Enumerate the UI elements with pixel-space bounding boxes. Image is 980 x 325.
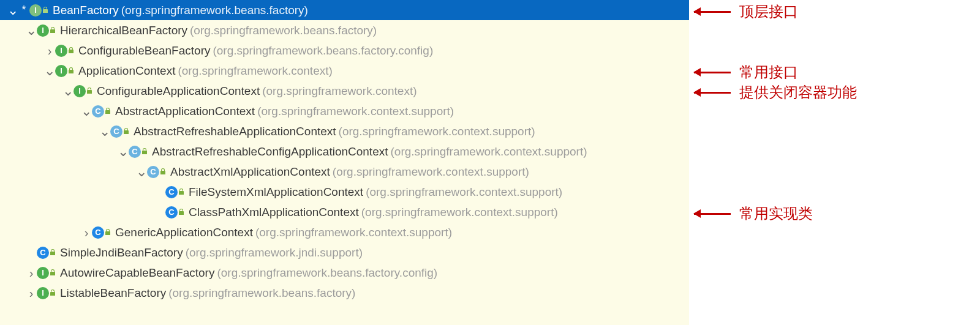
package-label: (org.springframework.context)	[178, 64, 332, 78]
annotation: 常用实现类	[694, 204, 813, 223]
tree-row[interactable]: ⌄IHierarchicalBeanFactory (org.springfra…	[0, 20, 689, 40]
package-label: (org.springframework.beans.factory)	[190, 24, 377, 37]
chevron-down-icon[interactable]: ⌄	[118, 148, 129, 156]
package-label: (org.springframework.beans.factory)	[168, 286, 355, 300]
package-label: (org.springframework.beans.factory)	[121, 4, 308, 17]
package-label: (org.springframework.context)	[262, 84, 417, 98]
chevron-down-icon[interactable]: ⌄	[62, 87, 74, 95]
type-name: AbstractRefreshableApplicationContext	[134, 125, 336, 138]
type-name: ConfigurableApplicationContext	[97, 84, 260, 98]
chevron-right-icon[interactable]: ›	[26, 289, 37, 297]
chevron-down-icon[interactable]: ⌄	[99, 127, 110, 136]
annotation: 顶层接口	[694, 2, 798, 21]
annotation-text: 常用实现类	[739, 204, 813, 223]
package-label: (org.springframework.jndi.support)	[186, 246, 363, 260]
annotation-text: 提供关闭容器功能	[739, 83, 857, 102]
type-name: ConfigurableBeanFactory	[78, 44, 210, 58]
type-name: GenericApplicationContext	[115, 226, 253, 239]
chevron-down-icon[interactable]: ⌄	[44, 67, 55, 75]
tree-row[interactable]: ⌄IApplicationContext (org.springframewor…	[0, 61, 689, 81]
star-icon: *	[20, 4, 28, 17]
package-label: (org.springframework.context.support)	[255, 226, 452, 239]
annotation-text: 常用接口	[739, 62, 798, 82]
interface-icon: I	[37, 287, 49, 299]
package-label: (org.springframework.context.support)	[339, 125, 535, 138]
interface-icon: I	[29, 4, 42, 17]
type-name: AbstractXmlApplicationContext	[170, 165, 330, 179]
annotation: 提供关闭容器功能	[694, 83, 857, 102]
type-name: HierarchicalBeanFactory	[60, 24, 187, 37]
annotation-text: 顶层接口	[739, 2, 798, 21]
class-icon: C	[165, 206, 178, 219]
arrow-left-icon	[694, 72, 731, 73]
interface-icon: I	[37, 267, 49, 279]
package-label: (org.springframework.context.support)	[257, 105, 454, 118]
chevron-down-icon[interactable]: ⌄	[26, 26, 37, 35]
interface-icon: I	[74, 85, 86, 97]
tree-row[interactable]: ›IAutowireCapableBeanFactory (org.spring…	[0, 263, 689, 283]
chevron-down-icon[interactable]: ⌄	[7, 6, 18, 15]
type-name: ClassPathXmlApplicationContext	[189, 206, 359, 219]
type-name: AutowireCapableBeanFactory	[60, 266, 214, 280]
arrow-left-icon	[694, 92, 731, 94]
type-name: BeanFactory	[53, 4, 119, 17]
package-label: (org.springframework.context.support)	[391, 145, 587, 159]
chevron-right-icon[interactable]: ›	[44, 47, 55, 55]
type-name: ListableBeanFactory	[60, 286, 166, 300]
tree-row[interactable]: CFileSystemXmlApplicationContext (org.sp…	[0, 182, 689, 202]
package-label: (org.springframework.beans.factory.confi…	[217, 266, 437, 280]
class-icon: C	[37, 247, 49, 259]
type-name: FileSystemXmlApplicationContext	[189, 185, 363, 199]
chevron-right-icon[interactable]: ›	[26, 269, 37, 277]
tree-row[interactable]: CClassPathXmlApplicationContext (org.spr…	[0, 202, 689, 222]
tree-row[interactable]: ⌄*IBeanFactory (org.springframework.bean…	[0, 0, 689, 20]
tree-row[interactable]: ›IListableBeanFactory (org.springframewo…	[0, 283, 689, 303]
class-icon: C	[165, 186, 178, 198]
interface-icon: I	[55, 45, 67, 57]
package-label: (org.springframework.context.support)	[366, 185, 562, 199]
tree-row[interactable]: ⌄CAbstractRefreshableApplicationContext …	[0, 121, 689, 141]
tree-row[interactable]: ⌄CAbstractXmlApplicationContext (org.spr…	[0, 162, 689, 182]
package-label: (org.springframework.context.support)	[361, 206, 558, 219]
tree-row[interactable]: ›IConfigurableBeanFactory (org.springfra…	[0, 40, 689, 61]
class-icon: C	[147, 166, 159, 178]
package-label: (org.springframework.context.support)	[333, 165, 529, 179]
chevron-right-icon[interactable]: ›	[81, 228, 92, 237]
hierarchy-tree[interactable]: ⌄*IBeanFactory (org.springframework.bean…	[0, 0, 689, 325]
interface-icon: I	[55, 65, 67, 77]
chevron-down-icon[interactable]: ⌄	[136, 168, 147, 176]
class-icon: C	[92, 105, 104, 118]
class-icon: C	[110, 125, 123, 138]
package-label: (org.springframework.beans.factory.confi…	[213, 44, 433, 58]
class-icon: C	[92, 226, 104, 239]
class-icon: C	[129, 146, 141, 158]
interface-icon: I	[37, 24, 49, 37]
arrow-left-icon	[694, 11, 731, 13]
tree-row[interactable]: CSimpleJndiBeanFactory (org.springframew…	[0, 242, 689, 263]
type-name: AbstractApplicationContext	[115, 105, 255, 118]
annotation: 常用接口	[694, 62, 798, 82]
arrow-left-icon	[694, 213, 731, 215]
tree-row[interactable]: ⌄CAbstractApplicationContext (org.spring…	[0, 101, 689, 121]
chevron-down-icon[interactable]: ⌄	[81, 107, 92, 116]
tree-row[interactable]: ›CGenericApplicationContext (org.springf…	[0, 222, 689, 242]
type-name: AbstractRefreshableConfigApplicationCont…	[152, 145, 388, 159]
type-name: ApplicationContext	[78, 64, 175, 78]
annotation-panel: 顶层接口常用接口提供关闭容器功能常用实现类	[689, 0, 980, 325]
type-name: SimpleJndiBeanFactory	[60, 246, 183, 260]
tree-row[interactable]: ⌄CAbstractRefreshableConfigApplicationCo…	[0, 141, 689, 162]
tree-row[interactable]: ⌄IConfigurableApplicationContext (org.sp…	[0, 81, 689, 101]
